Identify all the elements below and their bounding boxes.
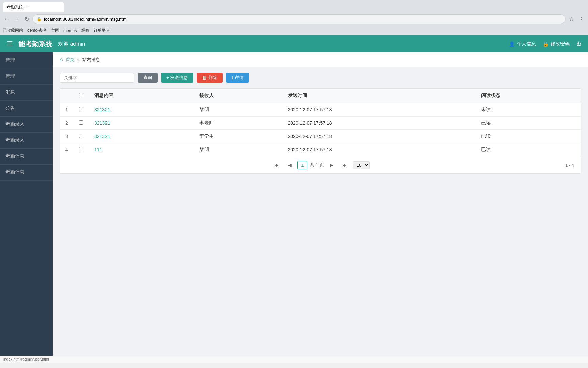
message-link[interactable]: 111: [94, 147, 102, 152]
row-checkbox-cell: [74, 143, 89, 156]
sidebar-item-msg[interactable]: 消息: [0, 85, 53, 101]
delete-label: 删除: [208, 75, 217, 81]
row-receiver: 李老师: [194, 117, 282, 130]
app-body: 管理 管理 消息 公告 考勤录入 考勤录入 考勤信息 考勤信息 ⌂ 首页 » 站…: [0, 52, 588, 356]
next-page-btn[interactable]: ▶: [327, 160, 337, 169]
bookmark-4[interactable]: 经验: [81, 28, 89, 33]
select-all-checkbox[interactable]: [79, 93, 83, 97]
row-content: 321321: [89, 103, 194, 117]
sidebar-item-1[interactable]: 管理: [0, 68, 53, 85]
app-title: 能考勤系统: [18, 40, 52, 49]
breadcrumb-home-link[interactable]: 首页: [66, 57, 75, 63]
bookmark-1[interactable]: demo-参考: [27, 28, 47, 33]
bookmarks-bar: 已收藏网站 demo-参考 官网 merrthy 经验 订单平台: [0, 26, 588, 35]
tab-title: 考勤系统: [7, 4, 23, 10]
table-row: 1 321321 黎明 2020-12-07 17:57:18 未读: [60, 103, 581, 117]
row-checkbox[interactable]: [79, 147, 83, 151]
detail-button[interactable]: ℹ 详情: [226, 73, 249, 83]
active-tab[interactable]: 考勤系统 ✕: [3, 2, 64, 12]
address-bar[interactable]: 🔒 localhost:8080/index.html#admin/msg.ht…: [32, 14, 566, 24]
profile-action[interactable]: 👤 个人信息: [509, 41, 536, 47]
breadcrumb: ⌂ 首页 » 站内消息: [53, 52, 588, 67]
first-page-btn[interactable]: ⏮: [271, 160, 282, 169]
col-check: [74, 89, 89, 103]
prev-page-btn[interactable]: ◀: [285, 160, 295, 169]
delete-button[interactable]: 🗑 删除: [197, 73, 223, 83]
user-icon: 👤: [509, 41, 515, 47]
row-time: 2020-12-07 17:57:18: [282, 117, 476, 130]
last-page-btn[interactable]: ⏭: [339, 160, 350, 169]
back-btn[interactable]: ←: [3, 15, 11, 23]
content-area: 查询 + 发送信息 🗑 删除 ℹ 详情: [53, 67, 588, 179]
current-page[interactable]: 1: [297, 161, 307, 169]
forward-btn[interactable]: →: [13, 15, 21, 23]
send-message-button[interactable]: + 发送信息: [161, 73, 193, 83]
table-header: 消息内容 接收人 发送时间 阅读状态: [60, 89, 581, 103]
app-wrapper: ☰ 能考勤系统 欢迎 admin 👤 个人信息 🔒 修改密码 ⏻ 管理 管理 消…: [0, 35, 588, 356]
row-checkbox-cell: [74, 130, 89, 143]
header-left: ☰ 能考勤系统 欢迎 admin: [7, 40, 85, 49]
password-action[interactable]: 🔒 修改密码: [543, 41, 570, 47]
sidebar-item-notice[interactable]: 公告: [0, 101, 53, 117]
row-receiver: 李学生: [194, 130, 282, 143]
detail-label: 详情: [235, 75, 244, 81]
total-records: 1 - 4: [565, 163, 574, 168]
col-time: 发送时间: [282, 89, 476, 103]
bookmark-2[interactable]: 官网: [51, 28, 59, 33]
table-body: 1 321321 黎明 2020-12-07 17:57:18 未读 2 321…: [60, 103, 581, 156]
refresh-btn[interactable]: ↻: [23, 15, 30, 23]
message-link[interactable]: 321321: [94, 134, 110, 139]
sidebar-item-checkin1[interactable]: 考勤录入: [0, 117, 53, 133]
row-checkbox[interactable]: [79, 120, 83, 125]
row-checkbox[interactable]: [79, 107, 83, 111]
header-row: 消息内容 接收人 发送时间 阅读状态: [60, 89, 581, 103]
bookmark-0[interactable]: 已收藏网站: [3, 28, 23, 33]
col-receiver: 接收人: [194, 89, 282, 103]
pagination: ⏮ ◀ 1 共 1 页 ▶ ⏭ 10 20 50 1 - 4: [60, 156, 581, 173]
row-content: 111: [89, 143, 194, 156]
sidebar-item-0[interactable]: 管理: [0, 52, 53, 68]
logout-action[interactable]: ⏻: [576, 41, 581, 47]
message-link[interactable]: 321321: [94, 120, 110, 126]
search-button-label: 查询: [143, 75, 152, 81]
lock-icon: 🔒: [37, 17, 42, 21]
message-link[interactable]: 321321: [94, 107, 110, 112]
tab-bar: 考勤系统 ✕: [0, 0, 588, 12]
search-button[interactable]: 查询: [138, 73, 158, 83]
bookmark-3[interactable]: merrthy: [63, 28, 77, 33]
table-row: 3 321321 李学生 2020-12-07 17:57:18 已读: [60, 130, 581, 143]
sidebar: 管理 管理 消息 公告 考勤录入 考勤录入 考勤信息 考勤信息: [0, 52, 53, 356]
col-content: 消息内容: [89, 89, 194, 103]
row-number: 3: [60, 130, 74, 143]
menu-btn[interactable]: ⋮: [577, 15, 585, 23]
page-size-select[interactable]: 10 20 50: [353, 161, 370, 169]
search-input[interactable]: [60, 73, 134, 83]
hamburger-icon[interactable]: ☰: [7, 40, 13, 48]
bookmark-5[interactable]: 订单平台: [94, 28, 110, 33]
password-label: 修改密码: [551, 41, 570, 47]
sidebar-item-checkin2[interactable]: 考勤录入: [0, 133, 53, 149]
sidebar-item-info2[interactable]: 考勤信息: [0, 165, 53, 181]
total-pages: 共 1 页: [310, 162, 324, 168]
tab-close-btn[interactable]: ✕: [26, 5, 29, 10]
bookmark-btn[interactable]: ☆: [568, 15, 575, 23]
table-row: 4 111 黎明 2020-12-07 17:57:18 已读: [60, 143, 581, 156]
browser-toolbar: ← → ↻ 🔒 localhost:8080/index.html#admin/…: [0, 12, 588, 26]
app-header: ☰ 能考勤系统 欢迎 admin 👤 个人信息 🔒 修改密码 ⏻: [0, 35, 588, 52]
messages-table: 消息内容 接收人 发送时间 阅读状态 1 321321 黎明 2020: [60, 89, 581, 156]
row-time: 2020-12-07 17:57:18: [282, 143, 476, 156]
sidebar-item-info1[interactable]: 考勤信息: [0, 149, 53, 165]
welcome-text: 欢迎 admin: [58, 41, 85, 48]
row-checkbox-cell: [74, 103, 89, 117]
main-content: ⌂ 首页 » 站内消息 查询 + 发送信息 🗑: [53, 52, 588, 356]
breadcrumb-home-icon[interactable]: ⌂: [60, 57, 63, 63]
col-status: 阅读状态: [476, 89, 581, 103]
row-number: 2: [60, 117, 74, 130]
status-bar: index.html#admin/user.html: [0, 356, 588, 363]
browser-chrome: 考勤系统 ✕ ← → ↻ 🔒 localhost:8080/index.html…: [0, 0, 588, 35]
row-checkbox[interactable]: [79, 134, 83, 138]
row-receiver: 黎明: [194, 143, 282, 156]
row-status: 已读: [476, 117, 581, 130]
row-time: 2020-12-07 17:57:18: [282, 103, 476, 117]
row-checkbox-cell: [74, 117, 89, 130]
